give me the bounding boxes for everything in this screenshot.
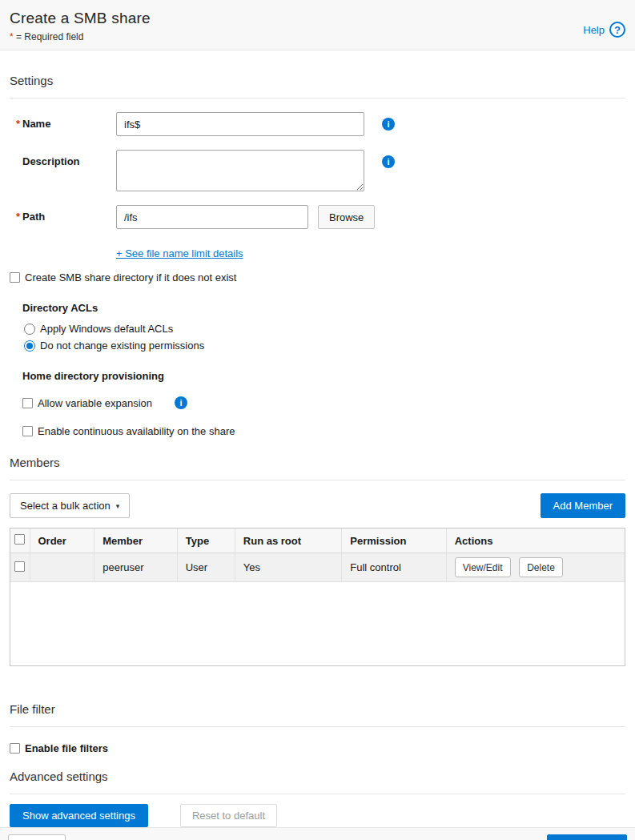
description-field-row: Description i (10, 150, 625, 191)
column-header-order: Order (30, 529, 94, 553)
enable-file-filters-row[interactable]: Enable file filters (10, 742, 625, 754)
path-label: * Path (10, 205, 116, 223)
acl-keep-permissions-radio-row[interactable]: Do not change existing permissions (24, 340, 625, 352)
continuous-availability-label: Enable continuous availability on the sh… (38, 425, 235, 437)
row-checkbox[interactable] (14, 561, 25, 572)
column-header-run-as-root: Run as root (235, 529, 341, 553)
reset-to-default-button[interactable]: Reset to default (180, 804, 277, 827)
column-header-actions: Actions (446, 529, 625, 553)
table-row: peeruser User Yes Full control View/Edit… (10, 553, 625, 582)
column-header-member: Member (94, 529, 178, 553)
create-directory-checkbox[interactable] (10, 272, 20, 283)
allow-variable-expansion-label: Allow variable expansion (38, 397, 152, 409)
description-input[interactable] (116, 150, 364, 191)
acl-apply-windows-radio-row[interactable]: Apply Windows default ACLs (24, 323, 625, 335)
members-section-heading: Members (10, 456, 625, 480)
row-select-cell (10, 553, 30, 582)
path-required-asterisk: * (16, 211, 20, 223)
acl-apply-windows-label: Apply Windows default ACLs (40, 323, 173, 335)
members-table-container: Order Member Type Run as root Permission… (10, 528, 625, 666)
allow-variable-expansion-checkbox[interactable] (22, 398, 33, 408)
acl-keep-permissions-label: Do not change existing permissions (40, 340, 204, 352)
chevron-down-icon: ▾ (116, 502, 120, 510)
members-table-header-row: Order Member Type Run as root Permission… (10, 529, 625, 553)
row-actions-cell: View/Edit Delete (446, 553, 625, 582)
create-directory-label: Create SMB share directory if it does no… (25, 271, 236, 283)
row-run-as-root-cell: Yes (235, 553, 341, 582)
name-required-asterisk: * (16, 118, 20, 130)
settings-section-heading: Settings (10, 74, 625, 98)
description-info-icon[interactable]: i (382, 155, 395, 168)
page-title: Create a SMB share (10, 10, 625, 27)
help-label: Help (583, 24, 605, 36)
cancel-button[interactable]: Cancel (8, 834, 66, 840)
name-input[interactable] (116, 112, 364, 136)
allow-variable-expansion-row[interactable]: Allow variable expansion i (22, 396, 625, 409)
members-toolbar: Select a bulk action ▾ Add Member (10, 493, 625, 518)
required-asterisk: * (10, 31, 14, 42)
help-icon[interactable]: ? (609, 22, 625, 38)
file-name-limit-row: + See file name limit details (116, 247, 625, 259)
home-directory-heading: Home directory provisioning (22, 370, 625, 382)
create-smb-share-page: Create a SMB share * = Required field He… (0, 0, 635, 840)
delete-button[interactable]: Delete (519, 557, 563, 577)
directory-acls-heading: Directory ACLs (22, 302, 625, 314)
advanced-settings-section-heading: Advanced settings (10, 770, 625, 794)
help-link[interactable]: Help ? (583, 22, 625, 38)
column-header-permission: Permission (342, 529, 446, 553)
enable-file-filters-label: Enable file filters (25, 742, 108, 754)
advanced-buttons-row: Show advanced settings Reset to default (10, 804, 625, 827)
save-button[interactable]: Save (547, 834, 627, 840)
bulk-action-label: Select a bulk action (20, 500, 111, 512)
row-order-cell (30, 553, 94, 582)
main-content: Settings * Name i Description i * Path B… (0, 50, 635, 827)
show-advanced-settings-button[interactable]: Show advanced settings (10, 804, 148, 827)
path-input[interactable] (116, 205, 308, 229)
page-footer: Cancel Save (0, 827, 635, 840)
acl-apply-windows-radio[interactable] (24, 324, 35, 335)
add-member-button[interactable]: Add Member (541, 493, 625, 518)
members-table: Order Member Type Run as root Permission… (10, 529, 625, 582)
variable-expansion-info-icon[interactable]: i (175, 396, 187, 409)
page-header: Create a SMB share * = Required field He… (0, 0, 635, 50)
members-table-empty-area (10, 582, 625, 665)
column-header-type: Type (177, 529, 235, 553)
name-field-row: * Name i (10, 112, 625, 136)
view-edit-button[interactable]: View/Edit (455, 557, 511, 577)
file-filter-section-heading: File filter (10, 702, 625, 727)
name-info-icon[interactable]: i (382, 118, 395, 131)
continuous-availability-row[interactable]: Enable continuous availability on the sh… (22, 425, 625, 437)
row-permission-cell: Full control (342, 553, 446, 582)
name-label: * Name (10, 112, 116, 130)
browse-button[interactable]: Browse (318, 205, 375, 229)
acl-keep-permissions-radio[interactable] (24, 340, 35, 352)
path-field-row: * Path Browse (10, 205, 625, 229)
select-all-checkbox[interactable] (14, 534, 25, 545)
description-label: Description (10, 150, 116, 167)
file-name-limit-link[interactable]: + See file name limit details (116, 247, 243, 259)
continuous-availability-checkbox[interactable] (22, 426, 33, 436)
header-select-all-cell (10, 529, 30, 553)
row-type-cell: User (177, 553, 235, 582)
row-member-cell: peeruser (94, 553, 178, 582)
enable-file-filters-checkbox[interactable] (10, 743, 20, 754)
required-field-note: * = Required field (10, 31, 625, 42)
required-note-text: = Required field (16, 31, 83, 42)
create-directory-checkbox-row[interactable]: Create SMB share directory if it does no… (10, 271, 625, 283)
bulk-action-dropdown[interactable]: Select a bulk action ▾ (10, 493, 130, 518)
